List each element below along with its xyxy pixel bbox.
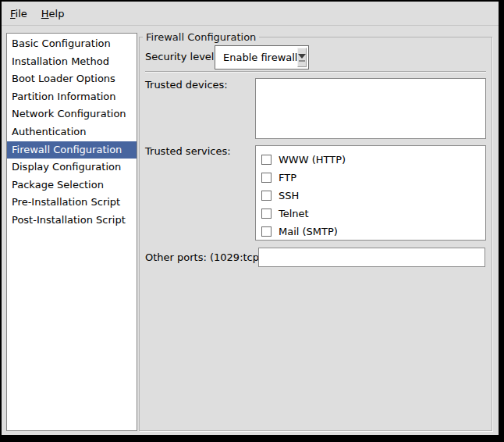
- service-label: WWW (HTTP): [279, 154, 346, 166]
- checkbox-mail-smtp[interactable]: [261, 226, 272, 237]
- trusted-devices-label: Trusted devices:: [145, 79, 228, 91]
- sidebar-item[interactable]: Partition Information: [7, 88, 137, 106]
- chevron-down-icon: [298, 54, 306, 59]
- trusted-services-list: WWW (HTTP) FTP SSH Telnet Mail (SMTP): [255, 145, 486, 241]
- horizontal-separator: [145, 71, 486, 73]
- security-level-dropdown[interactable]: Enable firewall: [215, 45, 309, 70]
- sidebar-item[interactable]: Installation Method: [7, 53, 137, 71]
- sidebar-item[interactable]: Display Configuration: [7, 159, 137, 176]
- dropdown-indicator-line: [299, 60, 305, 62]
- sidebar-item[interactable]: Boot Loader Options: [7, 70, 137, 88]
- service-row-ssh[interactable]: SSH: [256, 187, 485, 205]
- checkbox-ssh[interactable]: [261, 191, 272, 201]
- service-row-ftp[interactable]: FTP: [256, 169, 485, 187]
- menu-help-mnemonic: H: [41, 8, 49, 20]
- sidebar-item[interactable]: Pre-Installation Script: [7, 194, 137, 212]
- frame-title: Firewall Configuration: [143, 31, 259, 43]
- section-list-items: Basic Configuration Installation Method …: [7, 34, 137, 230]
- security-level-label: Security level:: [145, 51, 218, 62]
- service-row-mail-smtp[interactable]: Mail (SMTP): [256, 223, 485, 241]
- service-row-www-http[interactable]: WWW (HTTP): [256, 151, 485, 169]
- other-ports-label: Other ports: (1029:tcp): [145, 251, 263, 263]
- service-label: Telnet: [279, 208, 309, 219]
- dropdown-arrow-button[interactable]: [297, 48, 307, 67]
- service-label: FTP: [279, 172, 296, 184]
- checkbox-ftp[interactable]: [261, 173, 272, 183]
- checkbox-www-http[interactable]: [261, 155, 272, 165]
- sidebar-item[interactable]: Network Configuration: [7, 105, 137, 123]
- service-row-telnet[interactable]: Telnet: [256, 205, 485, 223]
- checkbox-telnet[interactable]: [261, 209, 272, 219]
- sidebar-item[interactable]: Basic Configuration: [7, 35, 137, 53]
- service-label: SSH: [279, 190, 299, 201]
- security-level-value: Enable firewall: [215, 52, 297, 63]
- sidebar-item[interactable]: Post-Installation Script: [7, 212, 137, 230]
- sidebar-item[interactable]: Authentication: [7, 123, 137, 141]
- section-list: Basic Configuration Installation Method …: [6, 33, 137, 431]
- trusted-services-label: Trusted services:: [145, 145, 231, 157]
- service-label: Mail (SMTP): [279, 226, 338, 237]
- sidebar-item[interactable]: Package Selection: [7, 176, 137, 194]
- menu-help[interactable]: Help: [37, 5, 69, 22]
- sidebar-item[interactable]: Firewall Configuration: [7, 141, 137, 159]
- trusted-devices-list[interactable]: [255, 78, 486, 139]
- kickstart-configurator-window: File Help Basic Configuration Installati…: [0, 0, 504, 442]
- menu-help-label: elp: [49, 8, 65, 20]
- menu-file[interactable]: File: [6, 5, 31, 22]
- menu-bar: File Help: [2, 2, 499, 26]
- menu-file-label: ile: [16, 8, 27, 20]
- other-ports-input[interactable]: [258, 248, 485, 267]
